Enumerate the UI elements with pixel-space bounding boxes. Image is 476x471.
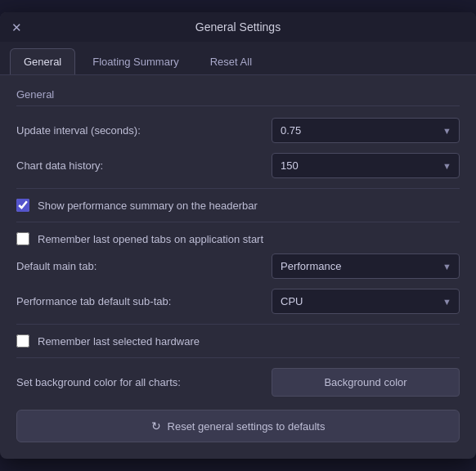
reset-button-label: Reset general settings to defaults	[168, 420, 326, 433]
show-perf-summary-label[interactable]: Show performance summary on the headerba…	[38, 200, 258, 212]
background-color-row: Set background color for all charts: Bac…	[16, 368, 460, 397]
background-color-button[interactable]: Background color	[272, 368, 460, 397]
dialog-title: General Settings	[195, 20, 281, 34]
perf-sub-tab-select-wrapper: CPU GPU Memory Disk Network ▼	[272, 289, 460, 314]
title-bar: ✕ General Settings	[0, 12, 476, 42]
chart-data-history-row: Chart data history: 50 100 150 200 500 ▼	[16, 153, 460, 178]
settings-content: General Update interval (seconds): 0.25 …	[0, 75, 476, 459]
show-perf-summary-row: Show performance summary on the headerba…	[16, 199, 460, 212]
update-interval-select-wrapper: 0.25 0.5 0.75 1.0 2.0 ▼	[272, 118, 460, 143]
general-settings-dialog: ✕ General Settings General Floating Summ…	[0, 12, 476, 459]
tab-floating-summary[interactable]: Floating Summary	[79, 48, 192, 74]
default-main-tab-select[interactable]: Performance Memory Network Disk GPU Sens…	[272, 253, 460, 279]
reset-general-settings-button[interactable]: ↻ Reset general settings to defaults	[16, 410, 460, 442]
update-interval-label: Update interval (seconds):	[16, 124, 141, 137]
background-color-label: Set background color for all charts:	[16, 376, 181, 388]
chart-data-history-label: Chart data history:	[16, 159, 103, 172]
perf-sub-tab-label: Performance tab default sub-tab:	[16, 295, 171, 307]
tab-bar: General Floating Summary Reset All	[0, 42, 476, 75]
tab-general[interactable]: General	[10, 48, 75, 74]
chart-data-history-select-wrapper: 50 100 150 200 500 ▼	[272, 153, 460, 178]
divider-4	[16, 357, 460, 358]
remember-hardware-row: Remember last selected hardware	[16, 334, 460, 348]
perf-sub-tab-row: Performance tab default sub-tab: CPU GPU…	[16, 289, 460, 314]
remember-tabs-label[interactable]: Remember last opened tabs on application…	[38, 233, 263, 245]
refresh-icon: ↻	[151, 419, 161, 433]
tab-reset-all[interactable]: Reset All	[196, 48, 266, 74]
update-interval-select[interactable]: 0.25 0.5 0.75 1.0 2.0	[272, 118, 460, 143]
divider-1	[16, 188, 460, 189]
remember-hardware-checkbox[interactable]	[16, 334, 29, 348]
remember-tabs-row: Remember last opened tabs on application…	[16, 232, 460, 245]
show-perf-summary-checkbox[interactable]	[16, 199, 29, 212]
remember-tabs-checkbox[interactable]	[16, 232, 29, 245]
section-label: General	[16, 88, 460, 106]
divider-2	[16, 222, 460, 222]
default-main-tab-label: Default main tab:	[16, 260, 97, 272]
remember-hardware-label[interactable]: Remember last selected hardware	[38, 335, 200, 348]
default-main-tab-select-wrapper: Performance Memory Network Disk GPU Sens…	[272, 253, 460, 279]
update-interval-row: Update interval (seconds): 0.25 0.5 0.75…	[16, 118, 460, 143]
divider-3	[16, 324, 460, 325]
default-main-tab-row: Default main tab: Performance Memory Net…	[16, 253, 460, 279]
perf-sub-tab-select[interactable]: CPU GPU Memory Disk Network	[272, 289, 460, 314]
chart-data-history-select[interactable]: 50 100 150 200 500	[272, 153, 460, 178]
close-button[interactable]: ✕	[11, 21, 22, 34]
